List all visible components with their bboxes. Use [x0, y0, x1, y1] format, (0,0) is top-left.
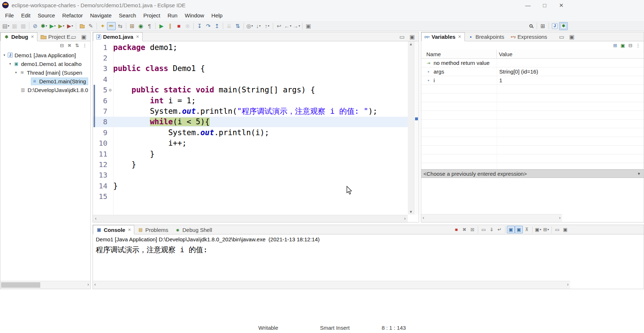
scroll-right-icon[interactable]: › — [404, 216, 406, 221]
forward-icon[interactable]: →▾ — [292, 22, 301, 30]
variable-row[interactable]: ⇥no method return value — [421, 59, 644, 67]
tab-problems[interactable]: ▤Problems — [134, 225, 171, 234]
tab-expressions[interactable]: x+yExpressions — [508, 32, 550, 41]
word-wrap-icon[interactable]: ↵ — [496, 226, 504, 233]
back-icon[interactable]: ←▾ — [283, 22, 292, 30]
show-type-names-icon[interactable]: ▣ — [619, 42, 627, 49]
variables-horizontal-scrollbar[interactable]: ‹ › — [421, 214, 562, 222]
code-line-7[interactable]: 7 System.out.println("程序调试演示，注意观察 i 的值: … — [93, 106, 408, 116]
code-line-1[interactable]: 1package demo1; — [93, 42, 408, 53]
code-line-2[interactable]: 2 — [93, 53, 408, 63]
show-on-stdout-icon[interactable]: ▣ — [507, 226, 515, 233]
scroll-down-icon[interactable]: ▼ — [408, 210, 414, 214]
code-line-13[interactable]: 13 — [93, 170, 408, 180]
scroll-up-icon[interactable]: ▲ — [408, 42, 414, 46]
view-menu-icon[interactable]: ⋮ — [634, 42, 642, 49]
remove-all-terminated-launches-icon[interactable]: ⊠ — [468, 226, 476, 233]
close-tab-icon[interactable]: ✕ — [31, 34, 34, 39]
chevron-down-icon[interactable]: ▼ — [637, 172, 641, 176]
menu-source[interactable]: Source — [34, 10, 59, 21]
menu-window[interactable]: Window — [181, 10, 208, 21]
code-line-9[interactable]: 9 System.out.println(i); — [93, 127, 408, 138]
skip-all-breakpoints-icon[interactable]: ⊘ — [31, 22, 40, 30]
expander-icon[interactable]: ▾ — [2, 53, 7, 57]
maximize-window-icon[interactable]: □ — [536, 0, 553, 10]
minimize-view-icon[interactable]: ▭ — [398, 33, 406, 41]
editor-vertical-scrollbar[interactable]: ▲ ▼ — [408, 41, 414, 215]
tab-demo1-java[interactable]: JDemo1.java✕ — [93, 32, 143, 41]
code-line-14[interactable]: 14} — [93, 180, 408, 191]
maximize-view-icon[interactable]: ▣ — [79, 33, 88, 41]
scroll-left-icon[interactable]: ‹ — [95, 216, 97, 221]
disconnect-icon[interactable]: ⊗ — [183, 22, 192, 30]
remove-all-terminated-icon[interactable]: ✖ — [66, 42, 73, 49]
code-line-6[interactable]: 6 int i = 1; — [93, 95, 408, 106]
menu-edit[interactable]: Edit — [17, 10, 34, 21]
remove-launch-icon[interactable]: ✖ — [460, 226, 468, 233]
drop-to-frame-icon[interactable]: ⇊ — [225, 22, 233, 30]
run-external-tools-icon[interactable]: ▶▾ — [66, 22, 74, 30]
show-on-stderr-icon[interactable]: ▣ — [515, 226, 523, 233]
run-last-launched-icon[interactable]: ◎▾ — [245, 22, 254, 30]
minimize-window-icon[interactable]: — — [520, 0, 536, 10]
previous-annotation-icon[interactable]: ↑▾ — [263, 22, 271, 30]
open-perspective-icon[interactable]: ⊞ — [538, 22, 547, 30]
collapse-all-icon[interactable]: ⊟ — [627, 42, 634, 49]
tree-item[interactable]: ▾JDemo1 [Java Application] — [0, 51, 90, 59]
clear-console-icon[interactable]: ▭ — [480, 226, 488, 233]
debug-horizontal-scrollbar[interactable]: › — [0, 281, 90, 289]
new-package-icon[interactable]: ⊞ — [128, 22, 136, 30]
scroll-right-icon[interactable]: › — [87, 282, 89, 287]
tab-console[interactable]: ▣Console✕ — [93, 225, 134, 234]
tab-debug-shell[interactable]: ◉Debug Shell — [172, 225, 216, 234]
terminate-icon[interactable]: ■ — [175, 22, 183, 30]
column-header-name[interactable]: Name — [421, 50, 497, 58]
menu-navigate[interactable]: Navigate — [86, 10, 115, 21]
annotate-icon[interactable]: ✎ — [86, 22, 95, 30]
show-logical-structure-icon[interactable]: ⊞ — [611, 42, 619, 49]
code-line-15[interactable]: 15 — [93, 191, 408, 201]
new-icon[interactable]: ▤▾ — [1, 22, 10, 30]
save-icon[interactable]: ▦ — [10, 22, 19, 30]
step-over-icon[interactable]: ↷ — [204, 22, 213, 30]
menu-help[interactable]: Help — [208, 10, 226, 21]
variable-row[interactable]: ●argsString[0] (id=16) — [421, 67, 644, 76]
expression-input[interactable]: <Choose a previously entered expression>… — [421, 169, 644, 178]
expander-icon[interactable]: ▾ — [13, 71, 19, 74]
current-line-marker[interactable] — [415, 117, 418, 120]
close-window-icon[interactable]: ✕ — [553, 0, 570, 10]
close-tab-icon[interactable]: ✕ — [128, 228, 131, 232]
open-console-icon[interactable]: ⊞▾ — [542, 226, 550, 233]
maximize-view-icon[interactable]: ▣ — [567, 33, 576, 41]
code-line-8[interactable]: 8 while(i < 5){ — [93, 117, 408, 127]
open-task-icon[interactable]: ✦ — [98, 22, 107, 30]
console-output[interactable]: 程序调试演示，注意观察 i 的值: — [96, 245, 641, 255]
last-edit-location-icon[interactable]: ↩ — [275, 22, 283, 30]
suspend-icon[interactable]: ∥ — [166, 22, 175, 30]
fold-collapse-icon[interactable]: ⊖ — [107, 87, 113, 93]
code-line-11[interactable]: 11 } — [93, 149, 408, 159]
tree-item[interactable]: ▾≋Thread [main] (Suspen — [0, 68, 90, 77]
debug-icon[interactable]: ✱▾ — [40, 22, 48, 30]
scroll-right-icon[interactable]: › — [559, 215, 561, 220]
pin-editor-icon[interactable]: ▣ — [304, 22, 313, 30]
minimize-view-icon[interactable]: ▭ — [69, 33, 78, 41]
collapse-all-icon[interactable]: ⊟ — [58, 42, 66, 49]
show-whitespace-icon[interactable]: ¶ — [145, 22, 154, 30]
pin-console-icon[interactable]: ⊼ — [523, 226, 531, 233]
code-line-5[interactable]: 5⊖ public static void main(String[] args… — [93, 85, 408, 95]
code-line-3[interactable]: 3public class Demo1 { — [93, 63, 408, 74]
search-icon[interactable] — [526, 22, 535, 30]
display-selected-console-icon[interactable]: ▣▾ — [534, 226, 542, 233]
code-line-12[interactable]: 12 } — [93, 159, 408, 170]
toggle-mark-occurrences-icon[interactable]: ✏ — [107, 22, 116, 30]
new-class-icon[interactable]: ◉ — [136, 22, 145, 30]
terminate-icon[interactable]: ■ — [452, 226, 460, 233]
console-horizontal-scrollbar[interactable]: ‹ › — [93, 281, 570, 289]
menu-file[interactable]: File — [1, 10, 17, 21]
variable-row[interactable]: ●i1 — [421, 76, 644, 85]
open-type-icon[interactable]: ⇆ — [116, 22, 124, 30]
coverage-icon[interactable]: ▶▾ — [57, 22, 66, 30]
menu-search[interactable]: Search — [115, 10, 140, 21]
menu-run[interactable]: Run — [164, 10, 181, 21]
